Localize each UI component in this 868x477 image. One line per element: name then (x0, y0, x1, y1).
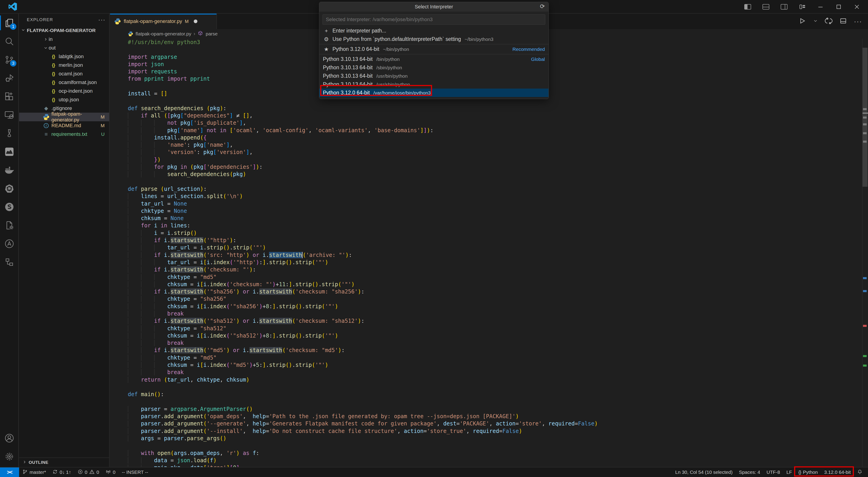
explorer-more-actions-button[interactable]: ··· (98, 16, 105, 24)
breadcrumb-symbol[interactable]: parse (206, 31, 218, 37)
breadcrumb-file[interactable]: flatpak-opam-generator.py (135, 31, 191, 37)
code-line[interactable]: def search_dependencies (pkg): (128, 105, 862, 112)
code-line[interactable]: parser.add_argument('--install', help='D… (128, 428, 862, 435)
interpreter-option-python-3-12-recommended[interactable]: ★Python 3.12.0 64-bit~/bin/pythonRecomme… (319, 45, 549, 54)
tree-item-file-utop-json[interactable]: {}utop.json (19, 95, 109, 104)
activity-search-icon[interactable] (0, 32, 19, 50)
tab-dirty-dot-icon[interactable] (194, 20, 197, 23)
interpreter-option-python-3-10-bin[interactable]: Python 3.10.13 64-bit/bin/pythonGlobal (319, 55, 549, 63)
code-line[interactable]: break (128, 310, 862, 317)
activity-ansible-icon[interactable] (0, 234, 19, 253)
code-line[interactable]: }) (128, 156, 862, 163)
code-line[interactable]: if i.startswith('"md5') or i.startswith(… (128, 347, 862, 354)
activity-project-diagram-icon[interactable] (0, 253, 19, 271)
code-line[interactable]: chksum = None (128, 215, 862, 222)
code-editor[interactable]: #!/usr/bin/env python3import argparseimp… (110, 39, 862, 467)
code-line[interactable]: not pkg['is_duplicate'], (128, 119, 862, 127)
refresh-interpreters-icon[interactable]: ⟳ (540, 3, 545, 10)
activity-manage-settings-icon[interactable] (0, 447, 19, 466)
status-remote-indicator[interactable]: >< (0, 468, 19, 477)
code-line[interactable] (128, 398, 862, 405)
code-line[interactable]: if i.startswith('"http'): (128, 237, 862, 244)
activity-run-and-debug-icon[interactable] (0, 69, 19, 87)
status-cursor-position[interactable]: Ln 30, Col 54 (10 selected) (672, 468, 736, 477)
editor-more-actions-button[interactable]: ··· (854, 18, 862, 25)
code-line[interactable] (128, 442, 862, 449)
code-line[interactable]: with open(args.opam_deps, 'r') as f: (128, 449, 862, 457)
code-line[interactable]: for i in lines: (128, 222, 862, 229)
status-indentation[interactable]: Spaces: 4 (736, 468, 763, 477)
interpreter-option-python-3-10-sbin[interactable]: Python 3.10.13 64-bit/sbin/python (319, 63, 549, 72)
interpreter-option-python-3-10-usr-bin[interactable]: Python 3.10.13 64-bit/usr/bin/python (319, 72, 549, 80)
tree-item-file-readme-md[interactable]: iREADME.mdM (19, 121, 109, 130)
code-line[interactable]: if all ([pkg["dependencies"] ≠ [], (128, 112, 862, 119)
code-line[interactable]: chktype = "md5" (128, 354, 862, 362)
interpreter-option-use-default-interpreter-path[interactable]: ⚙Use Python from `python.defaultInterpre… (319, 35, 549, 43)
code-line[interactable]: tar_url = i.strip().strip('"') (128, 244, 862, 251)
code-line[interactable]: main_pkg = data['tree'][0] (128, 464, 862, 467)
code-line[interactable]: 'version': pkg['version'], (128, 148, 862, 156)
code-line[interactable]: chksum = i[i.index('checksum: "')+11:].s… (128, 281, 862, 288)
code-line[interactable]: chktype = "sha256" (128, 295, 862, 303)
tree-item-file-requirements-txt[interactable]: ≡requirements.txtU (19, 130, 109, 139)
status-vim-mode[interactable]: -- INSERT -- (119, 468, 151, 477)
code-line[interactable]: 'name': pkg['name'], (128, 141, 862, 148)
activity-testing-icon[interactable] (0, 124, 19, 142)
code-line[interactable]: tar_url = i[i.index('"http'):].strip().s… (128, 259, 862, 266)
code-line[interactable]: tar_url = None (128, 200, 862, 207)
activity-kubernetes-icon[interactable] (0, 179, 19, 198)
status-sync-changes[interactable]: 0↓ 1↑ (49, 468, 74, 477)
code-line[interactable]: parser.add_argument('opam_deps', help='P… (128, 413, 862, 420)
customize-layout-button[interactable] (796, 1, 808, 13)
outline-section[interactable]: OUTLINE (19, 457, 109, 467)
tree-item-file-ocaml-json[interactable]: {}ocaml.json (19, 69, 109, 78)
close-window-button[interactable] (851, 1, 863, 13)
code-line[interactable]: chksum = i[i.index('"sha256')+8:].strip(… (128, 303, 862, 310)
code-line[interactable]: for pkg in (pkg['dependencies']): (128, 163, 862, 171)
activity-remote-explorer-icon[interactable] (0, 106, 19, 124)
code-line[interactable]: args = parser.parse_args() (128, 435, 862, 442)
code-line[interactable]: chktype = "sha512" (128, 325, 862, 332)
code-line[interactable] (128, 178, 862, 185)
interpreter-option-enter-interpreter-path[interactable]: +Enter interpreter path... (319, 27, 549, 35)
tree-item-file-ocp-indent-json[interactable]: {}ocp-indent.json (19, 87, 109, 95)
interpreter-search-input[interactable] (322, 14, 545, 25)
code-line[interactable]: chktype = None (128, 207, 862, 215)
code-line[interactable]: def parse (url_section): (128, 185, 862, 193)
activity-explorer-icon[interactable]: 1 (0, 13, 19, 32)
code-line[interactable]: break (128, 369, 862, 376)
status-git-branch[interactable]: master* (19, 468, 49, 477)
toggle-secondary-sidebar-button[interactable] (778, 1, 790, 13)
tab-flatpak-opam-generator-py[interactable]: flatpak-opam-generator.py M (110, 13, 217, 29)
tree-item-folder-in[interactable]: in (19, 35, 109, 44)
code-line[interactable]: chktype = "md5" (128, 273, 862, 281)
tree-item-file-lablgtk-json[interactable]: {}lablgtk.json (19, 52, 109, 61)
code-line[interactable]: pkg['name'] not in ['ocaml', 'ocaml-conf… (128, 127, 862, 134)
code-line[interactable]: parser = argparse.ArgumentParser() (128, 405, 862, 413)
code-line[interactable]: parser.add_argument('--generate', help='… (128, 420, 862, 427)
maximize-button[interactable] (833, 1, 845, 13)
code-line[interactable]: chksum = i[i.index('"sha512')+8:].strip(… (128, 332, 862, 339)
code-line[interactable] (128, 383, 862, 391)
project-root-folder[interactable]: FLATPAK-OPAM-GENERATOR (19, 26, 109, 35)
code-line[interactable]: return (tar_url, chktype, chksum) (128, 376, 862, 383)
activity-source-control-icon[interactable]: 3 (0, 50, 19, 69)
tree-item-file-flatpak-opam-generator-py[interactable]: flatpak-opam-generator.pyM (19, 113, 109, 121)
activity-accounts-icon[interactable] (0, 429, 19, 447)
status-eol[interactable]: LF (783, 468, 795, 477)
status-notifications[interactable] (854, 468, 866, 477)
activity-makefile-tools-icon[interactable] (0, 216, 19, 234)
code-line[interactable]: if i.startswith('"sha512') or i.startswi… (128, 317, 862, 325)
minimize-button[interactable] (814, 1, 827, 13)
code-line[interactable]: def main(): (128, 391, 862, 398)
toggle-panel-button[interactable] (760, 1, 772, 13)
activity-circle-extension-icon[interactable] (0, 198, 19, 216)
code-line[interactable]: if i.startswith('src: "http') or i.start… (128, 251, 862, 259)
code-line[interactable]: chksum = i[i.index('"md5')+5:].strip().s… (128, 362, 862, 369)
toggle-primary-sidebar-button[interactable] (742, 1, 754, 13)
editor-scrollbar[interactable] (862, 39, 868, 467)
tree-item-file-merlin-json[interactable]: {}merlin.json (19, 61, 109, 69)
activity-docker-icon[interactable] (0, 161, 19, 179)
code-line[interactable]: if i.startswith('checksum: "'): (128, 266, 862, 273)
activity-extensions-icon[interactable] (0, 87, 19, 106)
